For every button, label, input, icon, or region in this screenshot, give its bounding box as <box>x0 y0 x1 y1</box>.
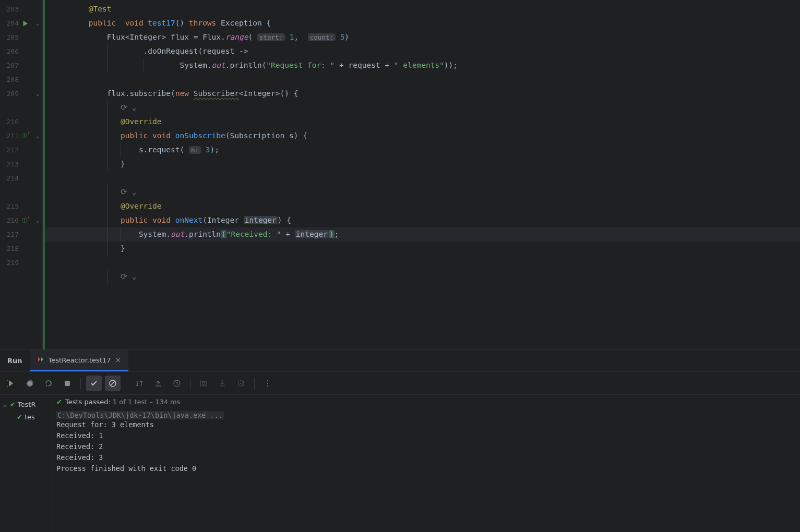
import-icon[interactable] <box>214 376 230 391</box>
param: request <box>202 47 234 55</box>
keyword: void <box>152 216 171 224</box>
check-icon: ✔ <box>17 413 22 421</box>
line-number: 211 <box>0 132 21 140</box>
keyword: void <box>125 19 144 27</box>
fold-icon[interactable]: ⌄ <box>35 217 40 224</box>
line-number: 218 <box>0 245 21 252</box>
stop-icon[interactable] <box>59 376 75 391</box>
annotation: @Override <box>121 117 162 126</box>
field: out <box>212 61 225 69</box>
line-number: 214 <box>0 174 21 182</box>
fold-icon[interactable]: ⌄ <box>35 90 40 97</box>
line-number: 209 <box>0 90 21 98</box>
field: out <box>171 230 184 238</box>
override-up-icon[interactable]: Ⓘ <box>22 132 27 140</box>
svg-point-12 <box>267 383 268 384</box>
recursive-icon[interactable]: ⟳ ⌄ <box>121 188 136 196</box>
op: = <box>194 33 198 41</box>
svg-rect-8 <box>200 381 207 386</box>
number: 3 <box>206 146 210 154</box>
tree-root[interactable]: ⌄ ✔ TestR <box>2 398 50 410</box>
run-config-tab[interactable]: TestReactor.test17 × <box>30 350 129 371</box>
svg-point-3 <box>27 381 32 386</box>
recursive-icon[interactable]: ⟳ ⌄ <box>121 103 136 112</box>
toggle-auto-test-icon[interactable] <box>41 376 56 391</box>
string: " elements" <box>394 61 444 69</box>
status-passed-count: 1 <box>113 398 117 406</box>
check-icon: ✔ <box>10 401 16 408</box>
line-number: 213 <box>0 160 21 168</box>
rerun-icon[interactable] <box>3 376 19 391</box>
override-up-icon[interactable]: Ⓘ <box>22 217 27 224</box>
line-number: 219 <box>0 259 21 267</box>
show-passed-icon[interactable] <box>86 376 102 391</box>
op: + <box>385 61 389 69</box>
console-line: Process finished with exit code 0 <box>56 463 796 474</box>
fold-icon[interactable]: ⌄ <box>35 132 40 139</box>
tree-leaf-label: tes <box>25 413 35 421</box>
keyword: public <box>121 216 148 224</box>
check-icon: ✔ <box>56 398 62 406</box>
run-tabs: Run TestReactor.test17 × <box>0 350 800 372</box>
rerun-failed-icon[interactable] <box>22 376 38 391</box>
number: 5 <box>340 33 345 41</box>
status-time: – 134 ms <box>147 398 180 406</box>
history-icon[interactable] <box>169 376 185 391</box>
type: Subscription <box>230 131 285 140</box>
console-output[interactable]: ✔ Tests passed: 1 of 1 test – 134 ms C:\… <box>52 395 800 532</box>
method-name: test17 <box>148 19 175 27</box>
line-number: 205 <box>0 33 21 41</box>
code-editor[interactable]: 203 204 ⌄ 205 206 207 208 209⌄ 210 211 Ⓘ… <box>0 0 800 349</box>
string: "Received: " <box>226 230 281 238</box>
method-call: .println <box>184 230 221 238</box>
tree-root-label: TestR <box>18 401 36 408</box>
sort-icon[interactable] <box>132 376 147 391</box>
svg-marker-2 <box>24 21 27 25</box>
fold-icon[interactable]: ⌄ <box>35 20 40 27</box>
svg-rect-4 <box>65 381 70 386</box>
recursive-icon[interactable]: ⟳ ⌄ <box>121 272 136 281</box>
run-label-text: Run <box>7 357 22 365</box>
variable: flux <box>107 89 125 98</box>
type: Subscriber <box>194 89 239 98</box>
tree-leaf[interactable]: ✔ tes <box>2 410 50 423</box>
type: Flux <box>202 33 221 41</box>
param: s <box>289 131 294 140</box>
string: "Request for: " <box>266 61 335 69</box>
show-ignored-icon[interactable] <box>105 376 121 391</box>
method-name: onSubscribe <box>175 131 225 140</box>
method-call: range <box>225 33 248 41</box>
run-config-icon <box>37 356 44 365</box>
gutter: 203 204 ⌄ 205 206 207 208 209⌄ 210 211 Ⓘ… <box>0 0 43 349</box>
console-line: Request for: 3 elements <box>56 419 796 430</box>
type: Integer <box>129 33 161 41</box>
svg-point-13 <box>267 385 268 386</box>
op: + <box>339 61 344 69</box>
op: + <box>285 230 290 238</box>
type: Integer <box>244 89 276 98</box>
svg-point-11 <box>267 380 268 381</box>
line-number: 203 <box>0 5 21 13</box>
close-icon[interactable]: × <box>115 356 122 364</box>
number: 1 <box>290 33 294 41</box>
chevron-down-icon[interactable]: ⌄ <box>2 401 8 408</box>
run-test-icon[interactable] <box>22 20 29 27</box>
command-line: C:\DevTools\JDK\jdk-17\bin\java.exe ... <box>56 411 224 419</box>
inlay-hint: n: <box>189 146 201 154</box>
expand-all-icon[interactable] <box>150 376 166 391</box>
keyword: public <box>89 19 116 27</box>
type: Exception <box>221 19 262 27</box>
code-area[interactable]: @Test public void test17() throws Except… <box>43 0 800 349</box>
status-text: of 1 test <box>117 398 147 406</box>
status-text: Tests passed: <box>65 398 113 406</box>
console-line: Received: 2 <box>56 441 796 452</box>
screenshot-icon[interactable] <box>196 376 211 391</box>
annotation: @Override <box>121 202 162 210</box>
keyword: void <box>152 131 171 140</box>
run-tool-label[interactable]: Run <box>0 350 30 371</box>
export-icon[interactable] <box>233 376 249 391</box>
more-icon[interactable] <box>260 376 276 391</box>
test-tree[interactable]: ⌄ ✔ TestR ✔ tes <box>0 395 52 532</box>
annotation: @Test <box>89 5 112 13</box>
vcs-change-marker <box>43 0 45 349</box>
